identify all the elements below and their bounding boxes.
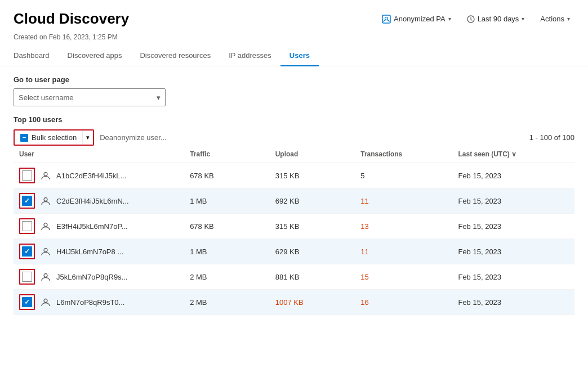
svg-point-5 bbox=[44, 223, 47, 227]
table-body: A1bC2dE3fH4iJ5kL...678 KB315 KB5Feb 15, … bbox=[14, 163, 574, 315]
bulk-selection-icon bbox=[20, 134, 28, 142]
traffic-value: 2 MB bbox=[184, 264, 270, 290]
transactions-value: 16 bbox=[355, 290, 452, 315]
anonymized-icon bbox=[382, 15, 391, 24]
username-label: C2dE3fH4iJ5kL6mN... bbox=[56, 197, 129, 205]
anonymized-pa-button[interactable]: Anonymized PA ▾ bbox=[377, 12, 456, 26]
user-avatar-icon bbox=[39, 169, 52, 182]
traffic-value: 2 MB bbox=[184, 290, 270, 315]
deanonymize-button[interactable]: Deanonymize user... bbox=[94, 130, 172, 145]
bulk-selection-chevron-button[interactable]: ▾ bbox=[82, 131, 93, 144]
anonymized-chevron-icon: ▾ bbox=[448, 16, 451, 22]
content-area: Go to user page Select username ▾ Top 10… bbox=[0, 66, 588, 324]
tab-dashboard[interactable]: Dashboard bbox=[14, 46, 59, 66]
transactions-value: 11 bbox=[355, 239, 452, 264]
toolbar-left: Bulk selection ▾ Deanonymize user... bbox=[14, 129, 172, 146]
upload-value: 315 KB bbox=[270, 163, 355, 188]
user-avatar-icon bbox=[39, 245, 52, 258]
username-select[interactable]: Select username ▾ bbox=[14, 88, 166, 106]
checkbox-unchecked-icon bbox=[22, 221, 32, 231]
col-header-upload: Upload bbox=[270, 146, 355, 163]
user-cell: H4iJ5kL6mN7oP8 ... bbox=[19, 244, 179, 259]
checkbox-unchecked-icon bbox=[22, 170, 32, 181]
traffic-value: 1 MB bbox=[184, 188, 270, 214]
svg-point-3 bbox=[44, 173, 47, 176]
table-row[interactable]: A1bC2dE3fH4iJ5kL...678 KB315 KB5Feb 15, … bbox=[14, 163, 574, 188]
lastseen-value: Feb 15, 2023 bbox=[452, 290, 574, 315]
lastseen-sort-icon: ∨ bbox=[511, 150, 516, 158]
bulk-chevron-icon: ▾ bbox=[86, 134, 90, 141]
page-title: Cloud Discovery bbox=[14, 10, 129, 28]
bulk-selection-label: Bulk selection bbox=[32, 133, 77, 142]
traffic-value: 1 MB bbox=[184, 239, 270, 264]
go-to-user-label: Go to user page bbox=[14, 75, 574, 84]
upload-value: 692 KB bbox=[270, 188, 355, 214]
row-checkbox[interactable] bbox=[19, 193, 35, 209]
pagination-label: 1 - 100 of 100 bbox=[529, 133, 574, 142]
transactions-value: 15 bbox=[355, 264, 452, 290]
actions-chevron-icon: ▾ bbox=[567, 16, 570, 22]
username-label: A1bC2dE3fH4iJ5kL... bbox=[56, 172, 126, 180]
table-row[interactable]: E3fH4iJ5kL6mN7oP...678 KB315 KB13Feb 15,… bbox=[14, 214, 574, 239]
lastseen-value: Feb 15, 2023 bbox=[452, 214, 574, 239]
header-controls: Anonymized PA ▾ Last 90 days ▾ Actions ▾ bbox=[377, 12, 574, 26]
svg-point-4 bbox=[44, 198, 47, 201]
transactions-value: 11 bbox=[355, 188, 452, 214]
transactions-value: 13 bbox=[355, 214, 452, 239]
upload-value: 629 KB bbox=[270, 239, 355, 264]
time-range-button[interactable]: Last 90 days ▾ bbox=[462, 12, 529, 25]
col-header-lastseen[interactable]: Last seen (UTC) ∨ bbox=[452, 146, 574, 163]
actions-button[interactable]: Actions ▾ bbox=[536, 12, 574, 25]
upload-value: 315 KB bbox=[270, 214, 355, 239]
user-avatar-icon bbox=[39, 296, 52, 308]
bulk-selection-button[interactable]: Bulk selection bbox=[15, 130, 82, 145]
checkbox-checked-icon bbox=[22, 246, 32, 256]
traffic-value: 678 KB bbox=[184, 214, 270, 239]
table-row[interactable]: H4iJ5kL6mN7oP8 ...1 MB629 KB11Feb 15, 20… bbox=[14, 239, 574, 264]
checkbox-checked-icon bbox=[22, 196, 32, 206]
checkbox-checked-icon bbox=[22, 297, 32, 307]
svg-point-8 bbox=[44, 299, 47, 303]
col-header-transactions: Transactions bbox=[355, 146, 452, 163]
tab-ip-addresses[interactable]: IP addresses bbox=[220, 46, 280, 66]
user-avatar-icon bbox=[39, 195, 52, 207]
user-cell: J5kL6mN7oP8qR9s... bbox=[19, 269, 179, 285]
user-cell: E3fH4iJ5kL6mN7oP... bbox=[19, 218, 179, 234]
username-select-chevron-icon: ▾ bbox=[157, 93, 161, 102]
username-label: H4iJ5kL6mN7oP8 ... bbox=[56, 248, 123, 256]
table-row[interactable]: C2dE3fH4iJ5kL6mN...1 MB692 KB11Feb 15, 2… bbox=[14, 188, 574, 214]
username-label: J5kL6mN7oP8qR9s... bbox=[56, 273, 127, 281]
transactions-value: 5 bbox=[355, 163, 452, 188]
user-cell: L6mN7oP8qR9sT0... bbox=[19, 294, 179, 310]
table-toolbar: Bulk selection ▾ Deanonymize user... 1 -… bbox=[14, 129, 574, 146]
user-cell: C2dE3fH4iJ5kL6mN... bbox=[19, 193, 179, 209]
svg-point-7 bbox=[44, 274, 47, 277]
row-checkbox[interactable] bbox=[19, 294, 35, 310]
username-label: L6mN7oP8qR9sT0... bbox=[56, 298, 124, 307]
username-label: E3fH4iJ5kL6mN7oP... bbox=[56, 222, 127, 231]
upload-value: 1007 KB bbox=[270, 290, 355, 315]
time-range-chevron-icon: ▾ bbox=[522, 16, 524, 22]
lastseen-value: Feb 15, 2023 bbox=[452, 163, 574, 188]
row-checkbox[interactable] bbox=[19, 168, 35, 183]
header: Cloud Discovery Anonymized PA ▾ Last 90 … bbox=[0, 0, 588, 33]
lastseen-value: Feb 15, 2023 bbox=[452, 188, 574, 214]
row-checkbox[interactable] bbox=[19, 218, 35, 234]
row-checkbox[interactable] bbox=[19, 269, 35, 285]
tab-discovered-apps[interactable]: Discovered apps bbox=[59, 46, 131, 66]
users-table: User Traffic Upload Transactions Last se… bbox=[14, 146, 574, 315]
lastseen-value: Feb 15, 2023 bbox=[452, 264, 574, 290]
user-avatar-icon bbox=[39, 271, 52, 283]
row-checkbox[interactable] bbox=[19, 244, 35, 259]
tab-users[interactable]: Users bbox=[280, 46, 319, 66]
lastseen-value: Feb 15, 2023 bbox=[452, 239, 574, 264]
col-header-user: User bbox=[14, 146, 184, 163]
table-row[interactable]: L6mN7oP8qR9sT0...2 MB1007 KB16Feb 15, 20… bbox=[14, 290, 574, 315]
tab-discovered-resources[interactable]: Discovered resources bbox=[131, 46, 220, 66]
checkbox-unchecked-icon bbox=[22, 272, 32, 282]
top-users-label: Top 100 users bbox=[14, 115, 574, 124]
table-header: User Traffic Upload Transactions Last se… bbox=[14, 146, 574, 163]
svg-point-1 bbox=[385, 17, 388, 20]
table-row[interactable]: J5kL6mN7oP8qR9s...2 MB881 KB15Feb 15, 20… bbox=[14, 264, 574, 290]
created-on-label: Created on Feb 16, 2023, 1:25 PM bbox=[0, 33, 588, 46]
